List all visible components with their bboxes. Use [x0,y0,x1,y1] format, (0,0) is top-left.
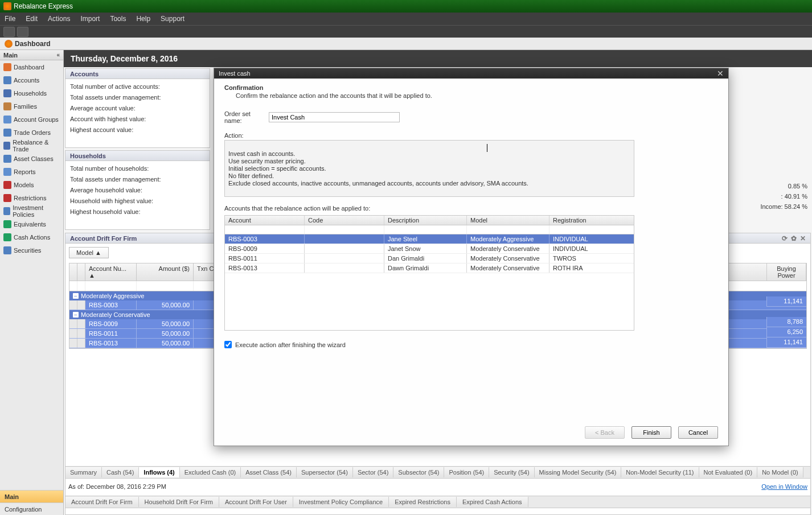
gear-icon[interactable]: ✿ [791,234,797,242]
tab2-household-drift-for-firm[interactable]: Household Drift For Firm [139,497,219,507]
sidebar-footer-main[interactable]: Main [0,490,63,502]
open-in-window-link[interactable]: Open in Window [761,483,807,490]
tab-sector-54-[interactable]: Sector (54) [353,467,393,477]
sidebar-item-asset-classes[interactable]: Asset Classes [0,152,63,165]
tab-not-evaluated-0-[interactable]: Not Evaluated (0) [699,467,758,477]
tab-cash-54-[interactable]: Cash (54) [102,467,139,477]
tab-supersector-54-[interactable]: Supersector (54) [297,467,353,477]
tab2-investment-policy-compliance[interactable]: Investment Policy Compliance [293,497,389,507]
sidebar-item-dashboard[interactable]: Dashboard [0,60,63,73]
tab2-expired-restrictions[interactable]: Expired Restrictions [389,497,457,507]
toolbar-button-2[interactable] [17,27,28,37]
applied-label: Accounts that the rebalance action will … [224,205,718,212]
sidebar-item-securities[interactable]: Securities [0,244,63,257]
households-row: Total assets under management: [70,174,205,185]
tab-non-model-security-11-[interactable]: Non-Model Security (11) [621,467,699,477]
cell-amount: 50,000.00 [137,339,194,348]
menu-help[interactable]: Help [136,15,150,23]
sidebar-item-icon [3,194,11,202]
tab-asset-class-54-[interactable]: Asset Class (54) [241,467,297,477]
sidebar-item-restrictions[interactable]: Restrictions [0,191,63,204]
sidebar-item-label: Asset Classes [14,155,54,162]
group-label: Moderately Conservative [81,311,150,318]
action-textarea[interactable]: Invest cash in accounts. Use security ma… [224,140,634,197]
sidebar-item-label: Securities [14,247,41,254]
cell-buying-power: 11,141 [766,337,806,348]
sidebar-item-rebalance-trade[interactable]: Rebalance & Trade [0,139,63,152]
tab-summary[interactable]: Summary [65,467,102,477]
sidebar-item-trade-orders[interactable]: Trade Orders [0,126,63,139]
col-account[interactable]: Account [225,216,305,225]
dialog-close-icon[interactable]: ✕ [717,69,724,78]
table-row[interactable]: RBS-0013Dawn GrimaldiModerately Conserva… [225,263,634,273]
invest-cash-dialog: Invest cash ✕ Confirmation Confirm the r… [214,68,729,446]
sidebar-item-families[interactable]: Families [0,100,63,113]
col-code[interactable]: Code [305,216,384,225]
sidebar-item-models[interactable]: Models [0,178,63,191]
tab-inflows-4-[interactable]: Inflows (4) [139,467,179,477]
sidebar-item-equivalents[interactable]: Equivalents [0,217,63,230]
table-row[interactable]: RBS-0011Dan GrimaldiModerately Conservat… [225,254,634,263]
col-model[interactable]: Model [467,216,549,225]
refresh-icon[interactable]: ⟳ [782,234,788,242]
table-row[interactable]: RBS-0003Jane SteelModerately AggressiveI… [225,234,634,244]
sidebar-item-icon [3,129,11,137]
cell-registration: ROTH IRA [549,263,634,273]
stat-3: Income: 58.24 % [733,201,807,212]
collapse-icon[interactable]: − [73,293,79,299]
cell-description: Janet Snow [384,244,467,253]
sidebar-item-icon [3,116,11,123]
menu-edit[interactable]: Edit [26,15,38,23]
execute-checkbox[interactable] [224,341,232,348]
model-sort-button[interactable]: Model ▲ [69,247,109,258]
accounts-table-head: Account Code Description Model Registrat… [225,216,634,225]
sidebar-item-account-groups[interactable]: Account Groups [0,113,63,126]
col-registration[interactable]: Registration [549,216,634,225]
sidebar-item-icon [3,155,11,163]
sidebar-item-label: Accounts [14,77,39,84]
dashboard-header: Dashboard [0,38,812,50]
sidebar-item-investment-policies[interactable]: Investment Policies [0,204,63,217]
sidebar-collapse-icon[interactable]: « [56,52,60,58]
sidebar-item-households[interactable]: Households [0,86,63,100]
tab-position-54-[interactable]: Position (54) [444,467,489,477]
tab2-account-drift-for-firm[interactable]: Account Drift For Firm [65,497,139,507]
collapse-icon[interactable]: − [73,312,79,318]
sidebar-item-accounts[interactable]: Accounts [0,73,63,86]
sidebar-footer-configuration[interactable]: Configuration [0,502,63,515]
cell-amount: 50,000.00 [137,300,194,310]
cancel-button[interactable]: Cancel [678,426,718,439]
tab-missing-model-security-54-[interactable]: Missing Model Security (54) [535,467,622,477]
sidebar-item-cash-actions[interactable]: Cash Actions [0,230,63,244]
menu-tools[interactable]: Tools [110,15,126,23]
toolbar-button-1[interactable] [3,27,15,37]
menu-support[interactable]: Support [161,15,184,23]
col-description[interactable]: Description [384,216,467,225]
dialog-buttons: < Back Finish Cancel [585,426,718,439]
households-panel-title: Households [70,153,106,159]
bottom-tabs-2: Account Drift For FirmHousehold Drift Fo… [65,496,811,508]
date-text: Thursday, December 8, 2016 [71,54,178,63]
col-buying-power[interactable]: Buying Power [766,263,806,281]
order-set-input[interactable] [269,112,400,122]
close-icon[interactable]: ✕ [800,234,806,242]
tab-no-model-0-[interactable]: No Model (0) [757,467,803,477]
tab-subsector-54-[interactable]: Subsector (54) [393,467,444,477]
finish-button[interactable]: Finish [631,426,671,439]
col-account[interactable]: Account Nu... ▲ [85,263,137,281]
tab2-expired-cash-actions[interactable]: Expired Cash Actions [457,497,528,507]
menu-actions[interactable]: Actions [48,15,70,23]
back-button[interactable]: < Back [585,426,625,439]
accounts-table-filter[interactable] [225,225,634,234]
right-stats: 0.85 % : 40.91 % Income: 58.24 % [733,181,807,212]
tab2-account-drift-for-user[interactable]: Account Drift For User [219,497,293,507]
sidebar-item-reports[interactable]: Reports [0,165,63,178]
col-amount[interactable]: Amount ($) [137,263,194,281]
tab-excluded-cash-0-[interactable]: Excluded Cash (0) [180,467,241,477]
menu-file[interactable]: File [5,15,15,23]
menu-import[interactable]: Import [80,15,100,23]
accounts-row: Average account value: [70,103,205,114]
tab-security-54-[interactable]: Security (54) [489,467,534,477]
table-row[interactable]: RBS-0009Janet SnowModerately Conservativ… [225,244,634,254]
action-label: Action: [224,132,718,139]
